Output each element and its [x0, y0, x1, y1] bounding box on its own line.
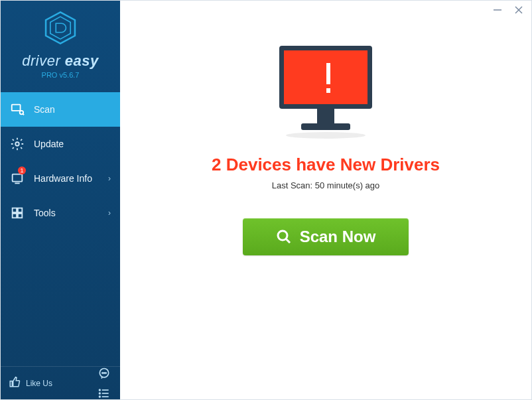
- svg-rect-26: [284, 50, 367, 104]
- sidebar-item-label: Update: [34, 139, 64, 149]
- sidebar-item-hardware-info[interactable]: 1 Hardware Info ›: [1, 161, 120, 196]
- svg-rect-10: [13, 214, 17, 218]
- scan-button-label: Scan Now: [300, 228, 376, 246]
- svg-rect-2: [12, 105, 21, 111]
- svg-point-5: [15, 142, 19, 146]
- svg-point-3: [20, 111, 23, 115]
- like-us-button[interactable]: Like Us: [9, 376, 52, 390]
- close-icon: [514, 5, 523, 15]
- hardware-badge: 1: [18, 167, 26, 174]
- gear-icon: [10, 137, 25, 151]
- last-scan-text: Last Scan: 50 minute(s) ago: [272, 180, 380, 190]
- brand-word-1: driver: [22, 52, 60, 69]
- minimize-button[interactable]: [493, 5, 502, 16]
- svg-point-16: [100, 389, 101, 391]
- search-icon: [276, 229, 292, 245]
- svg-rect-9: [18, 208, 22, 212]
- footer-right: [96, 366, 112, 401]
- sidebar-item-tools[interactable]: Tools ›: [1, 196, 120, 230]
- chat-icon: [98, 367, 111, 380]
- svg-rect-30: [301, 123, 350, 130]
- logo-area: driver easy PRO v5.6.7: [1, 1, 120, 84]
- svg-point-18: [100, 393, 101, 394]
- svg-line-4: [23, 114, 24, 115]
- svg-point-15: [105, 372, 106, 373]
- svg-rect-29: [317, 109, 334, 123]
- menu-button[interactable]: [96, 385, 112, 401]
- minimize-icon: [493, 5, 502, 15]
- app-window: driver easy PRO v5.6.7 Scan: [0, 0, 532, 400]
- tools-icon: [10, 206, 25, 220]
- status-illustration: [269, 40, 382, 143]
- scan-icon: [10, 102, 25, 117]
- version-label: PRO v5.6.7: [1, 71, 120, 79]
- thumbs-up-icon: [9, 376, 21, 390]
- main-panel: 2 Devices have New Drivers Last Scan: 50…: [120, 1, 531, 399]
- chevron-right-icon: ›: [108, 208, 111, 218]
- svg-rect-11: [18, 214, 22, 218]
- svg-point-20: [100, 396, 101, 397]
- svg-rect-28: [326, 88, 330, 93]
- svg-line-33: [286, 239, 290, 243]
- chevron-right-icon: ›: [108, 174, 111, 183]
- list-icon: [98, 387, 111, 400]
- brand-name: driver easy: [1, 52, 120, 70]
- status-title: 2 Devices have New Drivers: [212, 155, 440, 175]
- sidebar-item-label: Hardware Info: [34, 173, 92, 184]
- close-button[interactable]: [514, 5, 523, 16]
- svg-marker-1: [50, 17, 70, 39]
- titlebar: [120, 1, 531, 21]
- content-area: 2 Devices have New Drivers Last Scan: 50…: [120, 21, 531, 399]
- feedback-button[interactable]: [96, 366, 112, 381]
- sidebar-item-label: Scan: [34, 104, 55, 115]
- svg-rect-27: [326, 63, 330, 84]
- svg-point-14: [103, 372, 104, 373]
- sidebar-nav: Scan Update 1: [1, 92, 120, 230]
- brand-word-2: easy: [65, 52, 99, 69]
- app-logo-icon: [42, 10, 78, 46]
- sidebar-item-update[interactable]: Update: [1, 127, 120, 161]
- scan-now-button[interactable]: Scan Now: [243, 218, 409, 255]
- sidebar-item-scan[interactable]: Scan: [1, 92, 120, 127]
- sidebar-item-label: Tools: [34, 208, 56, 218]
- svg-point-31: [286, 132, 366, 139]
- monitor-alert-icon: [269, 40, 382, 140]
- sidebar: driver easy PRO v5.6.7 Scan: [1, 1, 120, 399]
- like-us-label: Like Us: [26, 379, 52, 388]
- svg-rect-8: [13, 208, 17, 212]
- sidebar-footer: Like Us: [1, 366, 120, 399]
- svg-rect-6: [13, 174, 23, 182]
- svg-point-32: [278, 231, 287, 240]
- svg-point-13: [102, 372, 103, 373]
